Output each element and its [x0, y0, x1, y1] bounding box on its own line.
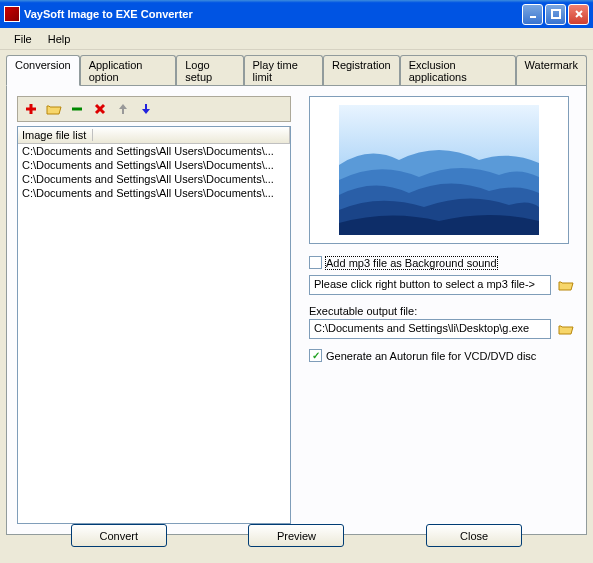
open-button[interactable] — [42, 98, 65, 120]
mp3-path-input[interactable]: Please click right button to select a mp… — [309, 275, 551, 295]
convert-button[interactable]: Convert — [71, 524, 167, 547]
browse-mp3-button[interactable] — [555, 275, 576, 295]
list-header[interactable]: Image file list — [18, 127, 290, 144]
move-down-button[interactable] — [134, 98, 157, 120]
tab-logo-setup[interactable]: Logo setup — [176, 55, 243, 86]
tab-conversion[interactable]: Conversion — [6, 55, 80, 86]
output-label: Executable output file: — [309, 305, 576, 317]
menubar: File Help — [0, 28, 593, 50]
tab-exclusion-applications[interactable]: Exclusion applications — [400, 55, 516, 86]
window-title: VaySoft Image to EXE Converter — [24, 8, 522, 20]
titlebar[interactable]: VaySoft Image to EXE Converter — [0, 0, 593, 28]
folder-open-icon — [558, 278, 574, 292]
list-item[interactable]: C:\Documents and Settings\All Users\Docu… — [18, 144, 290, 158]
button-bar: Convert Preview Close — [0, 524, 593, 547]
svg-rect-1 — [552, 10, 560, 18]
list-item[interactable]: C:\Documents and Settings\All Users\Docu… — [18, 172, 290, 186]
app-icon — [4, 6, 20, 22]
tab-panel: Image file list C:\Documents and Setting… — [6, 85, 587, 535]
folder-open-icon — [46, 102, 62, 116]
folder-open-icon — [558, 322, 574, 336]
preview-button[interactable]: Preview — [248, 524, 344, 547]
remove-button[interactable] — [65, 98, 88, 120]
list-item[interactable]: C:\Documents and Settings\All Users\Docu… — [18, 158, 290, 172]
tab-application-option[interactable]: Application option — [80, 55, 177, 86]
tab-strip: Conversion Application option Logo setup… — [0, 50, 593, 85]
tab-play-time-limit[interactable]: Play time limit — [244, 55, 323, 86]
list-item[interactable]: C:\Documents and Settings\All Users\Docu… — [18, 186, 290, 200]
menu-file[interactable]: File — [6, 31, 40, 47]
close-button[interactable]: Close — [426, 524, 522, 547]
close-window-button[interactable] — [568, 4, 589, 25]
tab-watermark[interactable]: Watermark — [516, 55, 587, 86]
add-button[interactable] — [19, 98, 42, 120]
file-list[interactable]: Image file list C:\Documents and Setting… — [17, 126, 291, 524]
toolbar — [17, 96, 291, 122]
preview-image — [339, 105, 539, 235]
maximize-button[interactable] — [545, 4, 566, 25]
output-path-input[interactable]: C:\Documents and Settings\li\Desktop\g.e… — [309, 319, 551, 339]
tab-registration[interactable]: Registration — [323, 55, 400, 86]
autorun-checkbox[interactable] — [309, 349, 322, 362]
browse-output-button[interactable] — [555, 319, 576, 339]
mp3-checkbox-label[interactable]: Add mp3 file as Background sound — [326, 257, 497, 269]
menu-help[interactable]: Help — [40, 31, 79, 47]
mp3-checkbox[interactable] — [309, 256, 322, 269]
minimize-button[interactable] — [522, 4, 543, 25]
image-preview — [309, 96, 569, 244]
delete-button[interactable] — [88, 98, 111, 120]
autorun-checkbox-label[interactable]: Generate an Autorun file for VCD/DVD dis… — [326, 350, 536, 362]
move-up-button[interactable] — [111, 98, 134, 120]
